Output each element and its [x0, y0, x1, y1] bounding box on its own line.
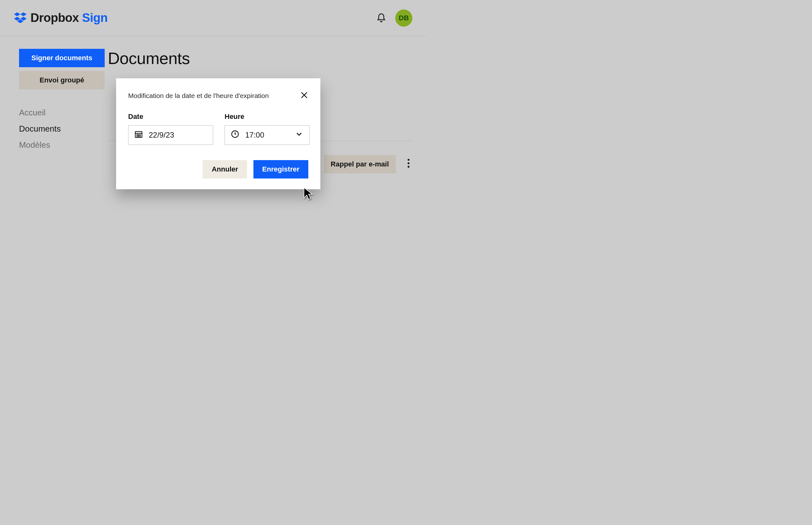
- avatar[interactable]: DB: [395, 10, 412, 27]
- svg-point-5: [408, 159, 410, 161]
- cancel-button[interactable]: Annuler: [203, 160, 247, 179]
- svg-point-16: [138, 136, 139, 136]
- calendar-icon: [134, 130, 143, 140]
- avatar-initials: DB: [399, 14, 409, 22]
- sidebar: Signer documents Envoi groupé Accueil Do…: [0, 49, 108, 174]
- time-field: Heure 17:00: [224, 112, 310, 145]
- nav-documents[interactable]: Documents: [19, 121, 108, 137]
- edit-expiration-modal: Modification de la date et de l'heure d'…: [116, 78, 320, 189]
- dropbox-icon: [14, 12, 27, 25]
- app-header: Dropbox Sign DB: [0, 0, 426, 36]
- date-field: Date 22/9/23: [128, 112, 213, 145]
- more-actions-button[interactable]: [405, 159, 412, 170]
- clock-icon: [231, 130, 239, 140]
- time-label: Heure: [224, 112, 310, 121]
- page-title: Documents: [108, 49, 412, 68]
- chevron-down-icon: [295, 130, 304, 140]
- svg-point-15: [137, 136, 137, 136]
- email-reminder-button[interactable]: Rappel par e-mail: [324, 155, 396, 174]
- svg-marker-0: [14, 12, 20, 16]
- header-actions: DB: [376, 10, 412, 27]
- svg-point-13: [138, 134, 139, 135]
- date-label: Date: [128, 112, 213, 121]
- svg-point-7: [408, 166, 410, 168]
- modal-title: Modification de la date et de l'heure d'…: [128, 92, 269, 100]
- brand-name: Dropbox: [30, 11, 79, 25]
- svg-point-17: [140, 136, 141, 136]
- svg-point-12: [137, 134, 137, 135]
- svg-point-14: [140, 134, 141, 135]
- nav-templates[interactable]: Modèles: [19, 137, 108, 153]
- close-button[interactable]: [300, 91, 308, 101]
- save-button[interactable]: Enregistrer: [253, 160, 308, 179]
- bulk-send-button[interactable]: Envoi groupé: [19, 71, 105, 89]
- brand-logo: Dropbox Sign: [14, 11, 107, 25]
- time-select[interactable]: 17:00: [224, 125, 310, 145]
- sign-documents-button[interactable]: Signer documents: [19, 49, 105, 67]
- svg-point-6: [408, 162, 410, 164]
- notifications-button[interactable]: [376, 13, 386, 23]
- svg-marker-1: [20, 12, 27, 16]
- date-input[interactable]: 22/9/23: [128, 125, 213, 145]
- nav-home[interactable]: Accueil: [19, 105, 108, 121]
- sidebar-nav: Accueil Documents Modèles: [19, 105, 108, 153]
- date-value: 22/9/23: [149, 131, 174, 139]
- brand-product: Sign: [82, 11, 107, 25]
- time-value: 17:00: [245, 131, 264, 139]
